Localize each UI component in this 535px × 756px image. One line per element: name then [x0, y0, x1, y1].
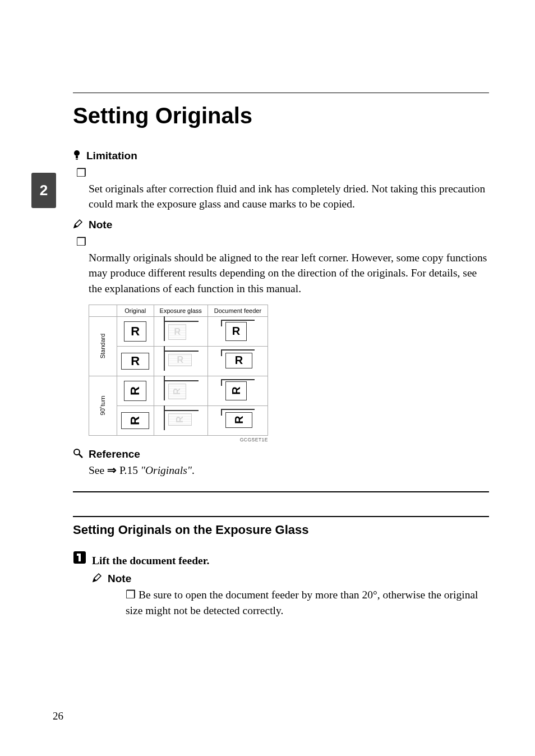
limitation-text: Set originals after correction fluid and…: [89, 183, 485, 210]
reference-period: .: [192, 464, 195, 476]
page-content: Setting Originals Limitation Set origina…: [73, 0, 489, 618]
svg-rect-2: [76, 159, 78, 160]
diagram-header-feeder: Document feeder: [207, 305, 268, 316]
section-heading: Setting Originals on the Exposure Glass: [73, 516, 489, 537]
diagram-code: GCGSET1E: [89, 437, 268, 442]
diagram-header-exposure: Exposure glass: [154, 305, 207, 316]
chapter-tab: 2: [31, 173, 56, 208]
limitation-heading: Limitation: [73, 150, 489, 162]
diagram-cell: R: [124, 321, 146, 342]
diagram-cell: R: [160, 319, 201, 343]
step-1-note-text: Be sure to open the document feeder by m…: [126, 589, 478, 616]
reference-arrow: ⇒: [107, 464, 117, 476]
step-1-note-label: Note: [108, 573, 131, 585]
pencil-icon: [92, 573, 102, 583]
note-label: Note: [89, 219, 112, 231]
diagram-group-standard: Standard: [89, 316, 117, 376]
note-heading: Note: [73, 219, 489, 231]
reference-body: See ⇒ P.15 "Originals".: [89, 464, 489, 477]
step-1-label: Lift the document feeder.: [92, 555, 209, 567]
svg-rect-1: [76, 156, 78, 158]
diagram-group-90turn: 90˚turn: [89, 376, 117, 435]
note-text: Normally originals should be aligned to …: [89, 252, 487, 294]
reference-label: Reference: [89, 448, 140, 460]
diagram-cell: R: [121, 412, 149, 429]
diagram-cell: R: [160, 408, 201, 432]
reference-page: P.15: [119, 464, 138, 476]
orientation-diagram: Original Exposure glass Document feeder …: [89, 305, 268, 442]
diagram-cell: R: [160, 348, 201, 373]
step-number-1-icon: [73, 551, 86, 564]
diagram-cell: R: [218, 319, 258, 343]
magnifier-icon: [73, 448, 83, 458]
step-1: Lift the document feeder.: [73, 551, 489, 567]
diagram-cell: R: [218, 378, 258, 403]
reference-title: "Originals": [141, 464, 192, 476]
limitation-label: Limitation: [86, 150, 137, 162]
svg-point-3: [74, 449, 80, 455]
lightbulb-icon: [73, 150, 81, 160]
page-title: Setting Originals: [73, 103, 489, 128]
diagram-header-original: Original: [117, 305, 154, 316]
diagram-cell: R: [124, 381, 146, 401]
svg-point-0: [74, 150, 80, 156]
rule-under-reference: [73, 491, 489, 492]
diagram-cell: R: [160, 378, 201, 403]
limitation-body: Set originals after correction fluid and…: [89, 165, 489, 212]
page-number: 26: [53, 710, 63, 722]
diagram-cell: R: [121, 353, 149, 370]
step-1-note: Note ❒ Be sure to open the document feed…: [92, 573, 489, 618]
diagram-cell: R: [218, 408, 258, 432]
top-rule: [73, 93, 489, 93]
diagram-cell: R: [218, 348, 258, 373]
reference-heading: Reference: [73, 448, 489, 460]
svg-rect-7: [77, 554, 79, 556]
pencil-icon: [73, 219, 83, 229]
note-body: Normally originals should be aligned to …: [89, 234, 489, 297]
svg-line-4: [79, 454, 82, 458]
reference-see: See: [89, 464, 104, 476]
